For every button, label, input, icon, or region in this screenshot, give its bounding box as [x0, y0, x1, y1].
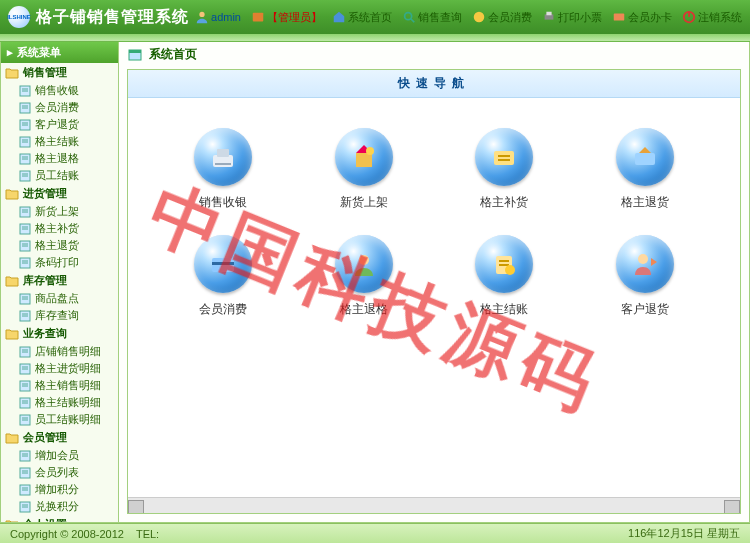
user-name: admin	[211, 11, 241, 23]
member-icon	[472, 10, 486, 24]
sidebar-item[interactable]: 格主进货明细	[1, 360, 118, 377]
sidebar-group-4[interactable]: 会员管理	[1, 428, 118, 447]
sidebar-title-text: 系统菜单	[17, 45, 61, 60]
sidebar-group-1[interactable]: 进货管理	[1, 184, 118, 203]
svg-point-2	[405, 13, 412, 20]
main-panel: 系统首页 快速导航 销售收银新货上架格主补货格主退货会员消费格主退格格主结账客户…	[119, 42, 749, 522]
file-icon	[19, 293, 31, 305]
svg-rect-1	[253, 13, 264, 22]
toolbar-user[interactable]: admin	[195, 10, 241, 24]
quicknav-member-spend[interactable]: 会员消费	[194, 235, 252, 318]
folder-icon	[5, 188, 19, 200]
page-home-icon	[127, 48, 143, 62]
file-icon	[19, 223, 31, 235]
quicknav-cashier[interactable]: 销售收银	[194, 128, 252, 211]
svg-rect-105	[498, 155, 510, 157]
toolbar-label: 系统首页	[348, 10, 392, 25]
restock-icon	[475, 128, 533, 186]
sidebar-group-0[interactable]: 销售管理	[1, 63, 118, 82]
sidebar-group-3[interactable]: 业务查询	[1, 324, 118, 343]
quicknav-new-stock[interactable]: 新货上架	[335, 128, 393, 211]
sidebar-item[interactable]: 增加积分	[1, 481, 118, 498]
toolbar-home[interactable]: 系统首页	[332, 10, 392, 25]
menu-item-label: 店铺销售明细	[35, 344, 101, 359]
menu-item-label: 格主销售明细	[35, 378, 101, 393]
menu-item-label: 员工结账	[35, 168, 79, 183]
sidebar-item[interactable]: 兑换积分	[1, 498, 118, 515]
quicknav-label: 新货上架	[335, 194, 393, 211]
quicknav-customer-return[interactable]: 客户退货	[616, 235, 674, 318]
sidebar-item[interactable]: 会员消费	[1, 99, 118, 116]
menu-item-label: 格主退格	[35, 151, 79, 166]
sidebar-item[interactable]: 新货上架	[1, 203, 118, 220]
sidebar-item[interactable]: 员工结账	[1, 167, 118, 184]
svg-rect-7	[614, 14, 625, 21]
sidebar-item[interactable]: 格主销售明细	[1, 377, 118, 394]
sidebar-item[interactable]: 员工结账明细	[1, 411, 118, 428]
toolbar-label: 打印小票	[558, 10, 602, 25]
menu-item-label: 兑换积分	[35, 499, 79, 514]
sidebar-group-5[interactable]: 个人设置	[1, 515, 118, 522]
sidebar-item[interactable]: 增加会员	[1, 447, 118, 464]
svg-rect-106	[498, 159, 510, 161]
quicknav-return-goods[interactable]: 格主退货	[616, 128, 674, 211]
query-icon	[402, 10, 416, 24]
horizontal-scrollbar[interactable]	[128, 497, 740, 513]
new-stock-icon	[335, 128, 393, 186]
svg-rect-98	[129, 50, 141, 53]
quicknav-owner-settle[interactable]: 格主结账	[475, 235, 533, 318]
file-icon	[19, 450, 31, 462]
sidebar[interactable]: ▸ 系统菜单 销售管理销售收银会员消费客户退货格主结账格主退格员工结账进货管理新…	[1, 42, 119, 522]
sidebar-item[interactable]: 条码打印	[1, 254, 118, 271]
group-label: 会员管理	[23, 430, 67, 445]
sidebar-item[interactable]: 店铺销售明细	[1, 343, 118, 360]
quicknav-owner-exit[interactable]: 格主退格	[335, 235, 393, 318]
sidebar-item[interactable]: 格主补货	[1, 220, 118, 237]
sidebar-group-2[interactable]: 库存管理	[1, 271, 118, 290]
sidebar-item[interactable]: 销售收银	[1, 82, 118, 99]
sidebar-item[interactable]: 格主结账明细	[1, 394, 118, 411]
sub-header-bar	[0, 34, 750, 42]
menu-item-label: 格主进货明细	[35, 361, 101, 376]
svg-point-4	[474, 12, 485, 23]
menu-item-label: 格主补货	[35, 221, 79, 236]
sidebar-item[interactable]: 库存查询	[1, 307, 118, 324]
expand-icon: ▸	[7, 46, 13, 59]
file-icon	[19, 501, 31, 513]
svg-point-0	[199, 12, 204, 17]
role-label: 【管理员】	[267, 10, 322, 25]
sidebar-item[interactable]: 格主退格	[1, 150, 118, 167]
file-icon	[19, 346, 31, 358]
menu-item-label: 增加会员	[35, 448, 79, 463]
sidebar-item[interactable]: 格主退货	[1, 237, 118, 254]
sidebar-title: ▸ 系统菜单	[1, 42, 118, 63]
file-icon	[19, 240, 31, 252]
sidebar-item[interactable]: 格主结账	[1, 133, 118, 150]
group-label: 个人设置	[23, 517, 67, 522]
menu-item-label: 格主结账明细	[35, 395, 101, 410]
toolbar-print[interactable]: 打印小票	[542, 10, 602, 25]
menu-item-label: 格主结账	[35, 134, 79, 149]
file-icon	[19, 153, 31, 165]
member-spend-icon	[194, 235, 252, 293]
card-icon	[612, 10, 626, 24]
sidebar-item[interactable]: 商品盘点	[1, 290, 118, 307]
file-icon	[19, 380, 31, 392]
quicknav-label: 会员消费	[194, 301, 252, 318]
toolbar-logout[interactable]: 注销系统	[682, 10, 742, 25]
svg-rect-102	[356, 153, 372, 167]
toolbar-role: 【管理员】	[251, 10, 322, 25]
owner-settle-icon	[475, 235, 533, 293]
toolbar-sales-query[interactable]: 销售查询	[402, 10, 462, 25]
svg-point-115	[638, 254, 648, 264]
sidebar-item[interactable]: 会员列表	[1, 464, 118, 481]
page-header: 系统首页	[119, 42, 749, 67]
toolbar-member-card[interactable]: 会员办卡	[612, 10, 672, 25]
svg-point-110	[359, 255, 369, 265]
folder-icon	[5, 328, 19, 340]
sidebar-item[interactable]: 客户退货	[1, 116, 118, 133]
file-icon	[19, 484, 31, 496]
quicknav-restock[interactable]: 格主补货	[475, 128, 533, 211]
toolbar-member-spend[interactable]: 会员消费	[472, 10, 532, 25]
quicknav-title: 快速导航	[128, 70, 740, 98]
